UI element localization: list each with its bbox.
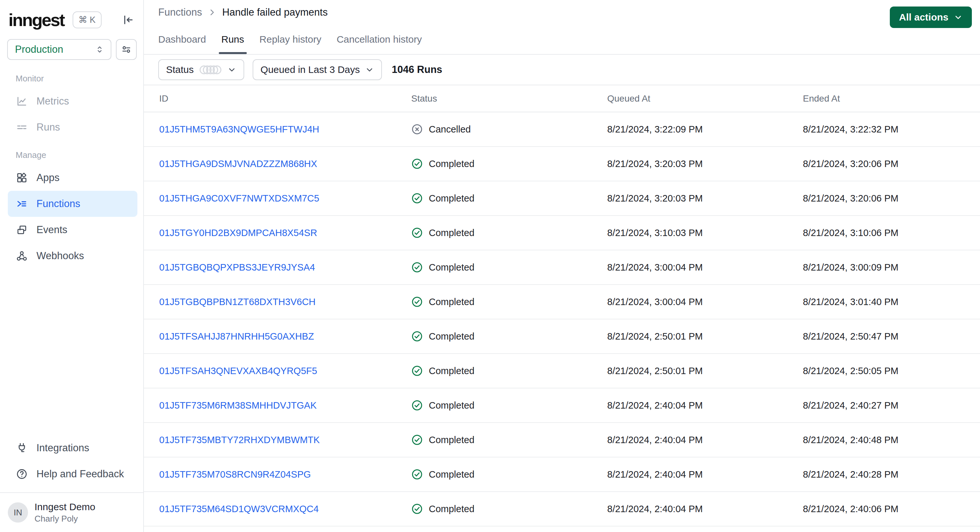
collapse-sidebar-button[interactable] [122, 13, 135, 26]
tab-replay-history[interactable]: Replay history [259, 24, 321, 54]
run-id-link[interactable]: 01J5TGY0HD2BX9DMPCAH8X54SR [159, 228, 317, 238]
run-status-label: Completed [429, 400, 474, 411]
status-icon [411, 296, 423, 308]
run-queued-at: 8/21/2024, 2:50:01 PM [607, 366, 803, 376]
completed-icon [411, 330, 423, 342]
webhook-icon [16, 250, 28, 262]
run-ended-at: 8/21/2024, 2:50:05 PM [803, 366, 980, 376]
run-id-link[interactable]: 01J5THGA9DSMJVNADZZZM868HX [159, 159, 317, 169]
chart-line-icon [16, 95, 28, 107]
run-ended-at: 8/21/2024, 2:50:47 PM [803, 331, 980, 342]
table-row: 01J5THGA9C0XVF7NWTXDSXM7C5 Completed 8/2… [144, 182, 980, 216]
sidebar-item-help-and-feedback[interactable]: Help and Feedback [8, 461, 137, 487]
run-status-label: Completed [429, 193, 474, 204]
sidebar-item-metrics[interactable]: Metrics [8, 88, 137, 114]
run-status-label: Completed [429, 331, 474, 342]
function-list-icon [16, 198, 28, 210]
run-ended-at: 8/21/2024, 2:40:28 PM [803, 469, 980, 480]
table-row: 01J5TF735M64SD1QW3VCRMXQC4 Completed 8/2… [144, 492, 980, 526]
status-filter-button[interactable]: Status [158, 59, 244, 80]
sidebar-item-events[interactable]: Events [8, 217, 137, 243]
run-queued-at: 8/21/2024, 3:20:03 PM [607, 159, 803, 169]
all-actions-button[interactable]: All actions [890, 6, 972, 28]
tab-dashboard[interactable]: Dashboard [158, 24, 206, 54]
run-id-link[interactable]: 01J5THM5T9A63NQWGE5HFTWJ4H [159, 124, 320, 134]
status-icon [411, 227, 423, 239]
tab-cancellation-history[interactable]: Cancellation history [337, 24, 422, 54]
tab-bar: Dashboard Runs Replay history Cancellati… [144, 24, 980, 55]
run-status-label: Completed [429, 366, 474, 376]
run-id-link[interactable]: 01J5TGBQBPBN1ZT68DXTH3V6CH [159, 296, 315, 307]
completed-icon [411, 193, 423, 204]
run-id-link[interactable]: 01J5THGA9C0XVF7NWTXDSXM7C5 [159, 193, 320, 204]
run-ended-at: 8/21/2024, 3:20:06 PM [803, 159, 980, 169]
environment-selected-label: Production [15, 44, 63, 55]
inngest-logo: inngest [8, 10, 64, 30]
avatar: IN [8, 502, 28, 522]
sidebar: inngest ⌘ K Production [0, 0, 144, 532]
sidebar-item-webhooks[interactable]: Webhooks [8, 243, 137, 269]
run-queued-at: 8/21/2024, 2:50:01 PM [607, 331, 803, 342]
run-id-link[interactable]: 01J5TF735M6RM38SMHHDVJTGAK [159, 400, 317, 411]
status-icon [411, 365, 423, 377]
breadcrumb-functions-link[interactable]: Functions [158, 6, 202, 18]
table-row: 01J5THM5T9A63NQWGE5HFTWJ4H Cancelled 8/2… [144, 112, 980, 147]
environment-selector[interactable]: Production [7, 39, 111, 60]
run-id-link[interactable]: 01J5TF735M70S8RCN9R4Z04SPG [159, 469, 311, 479]
sidebar-item-label: Metrics [37, 96, 69, 107]
run-queued-at: 8/21/2024, 3:10:03 PM [607, 228, 803, 238]
run-ended-at: 8/21/2024, 3:22:32 PM [803, 124, 980, 135]
sidebar-item-label: Integrations [37, 442, 89, 454]
environment-settings-button[interactable] [116, 39, 137, 60]
sidebar-item-functions[interactable]: Functions [8, 191, 137, 217]
run-id-link[interactable]: 01J5TFSAH3QNEVXAXB4QYRQ5F5 [159, 366, 317, 376]
command-k-shortcut[interactable]: ⌘ K [73, 11, 102, 28]
run-queued-at: 8/21/2024, 3:00:04 PM [607, 296, 803, 307]
status-icon [411, 261, 423, 273]
sidebar-item-label: Webhooks [37, 250, 84, 262]
tab-runs[interactable]: Runs [221, 24, 244, 54]
table-row: 01J5TGBQBPBN1ZT68DXTH3V6CH Completed 8/2… [144, 285, 980, 319]
run-status-label: Completed [429, 469, 474, 480]
time-range-filter-button[interactable]: Queued in Last 3 Days [253, 59, 382, 80]
run-queued-at: 8/21/2024, 2:40:04 PM [607, 469, 803, 480]
nav-section-manage: Manage [0, 150, 143, 165]
run-queued-at: 8/21/2024, 3:20:03 PM [607, 193, 803, 204]
status-icon [411, 434, 423, 446]
status-icon [411, 468, 423, 480]
sidebar-item-runs[interactable]: Runs [8, 114, 137, 140]
completed-icon [411, 365, 423, 377]
run-id-link[interactable]: 01J5TF735MBTY72RHXDYMBWMTK [159, 435, 320, 445]
user-org-name: Inngest Demo [35, 502, 95, 513]
cancelled-icon [411, 123, 423, 135]
run-id-link[interactable]: 01J5TF735M64SD1QW3VCRMXQC4 [159, 504, 319, 514]
user-profile[interactable]: IN Inngest Demo Charly Poly [0, 492, 143, 532]
status-icon [411, 330, 423, 342]
breadcrumb-current-page: Handle failed payments [222, 6, 328, 18]
run-ended-at: 8/21/2024, 2:40:48 PM [803, 435, 980, 445]
column-header-id: ID [159, 94, 411, 104]
chevron-down-icon [227, 65, 236, 74]
apps-grid-icon [16, 172, 28, 184]
breadcrumb: Functions Handle failed payments [144, 0, 980, 24]
table-row: 01J5TFSAHJJ87HNRHH5G0AXHBZ Completed 8/2… [144, 319, 980, 354]
app-root: inngest ⌘ K Production [0, 0, 980, 532]
sidebar-item-label: Apps [37, 172, 60, 184]
run-queued-at: 8/21/2024, 3:22:09 PM [607, 124, 803, 135]
run-ended-at: 8/21/2024, 3:20:06 PM [803, 193, 980, 204]
completed-icon [411, 261, 423, 273]
sidebar-item-integrations[interactable]: Integrations [8, 435, 137, 461]
sidebar-footer: Integrations Help and Feedback [0, 435, 143, 492]
status-icon [411, 193, 423, 204]
sidebar-item-label: Functions [37, 198, 80, 210]
completed-icon [411, 296, 423, 308]
chevron-down-icon [365, 65, 374, 74]
plug-icon [16, 442, 28, 454]
run-id-link[interactable]: 01J5TFSAHJJ87HNRHH5G0AXHBZ [159, 331, 314, 341]
sidebar-item-apps[interactable]: Apps [8, 165, 137, 191]
run-id-link[interactable]: 01J5TGBQBQPXPBS3JEYR9JYSA4 [159, 262, 315, 272]
table-row: 01J5TF735M70S8RCN9R4Z04SPG Completed 8/2… [144, 457, 980, 492]
run-status-label: Completed [429, 228, 474, 238]
column-header-status: Status [411, 94, 607, 104]
user-name: Charly Poly [35, 514, 95, 524]
